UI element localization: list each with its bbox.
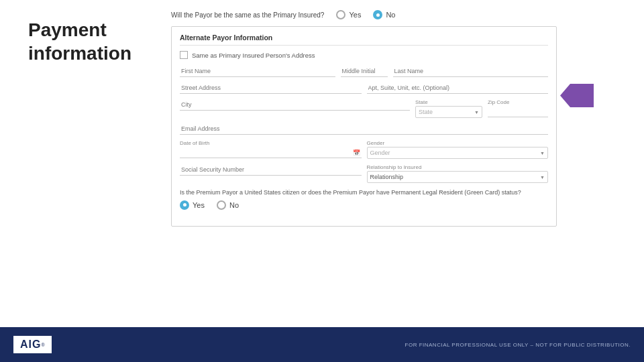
radio2-yes-circle [180,200,189,210]
radio-no-label: No [386,11,395,19]
email-field [180,123,548,135]
footer-disclaimer: FOR FINANCIAL PROFESSIONAL USE ONLY – NO… [405,342,631,348]
middle-initial-input[interactable] [341,66,388,77]
middle-initial-field [341,66,388,77]
city-input[interactable] [180,99,410,111]
dob-field: Date of Birth 📅 [180,140,362,159]
relationship-arrow-icon: ▼ [540,175,545,180]
question2-yes[interactable]: Yes [180,200,205,210]
dob-gender-row: Date of Birth 📅 Gender Gender ▼ [180,140,548,159]
question2-no[interactable]: No [217,200,239,210]
question2-block: Is the Premium Payor a United States cit… [180,188,548,210]
same-address-row[interactable]: Same as Primary Insured Person's Address [180,51,548,59]
zip-field: Zip Code [488,99,548,118]
question1-row: Will the Payor be the same as the Primar… [171,10,557,19]
relationship-label: Relationship to Insured [367,164,549,170]
email-row [180,123,548,135]
street-address-input[interactable] [180,82,362,94]
dob-label: Date of Birth [180,140,362,146]
back-arrow[interactable] [560,84,594,107]
radio-yes-label: Yes [349,11,361,19]
gender-arrow-icon: ▼ [540,151,545,156]
state-arrow-icon: ▼ [474,110,479,115]
zip-label: Zip Code [488,99,548,105]
question1-no[interactable]: No [373,10,395,19]
aig-logo-text: AIG [20,339,41,351]
question1-text: Will the Payor be the same as the Primar… [171,11,324,19]
radio-no-circle [373,10,382,19]
gender-dropdown[interactable]: Gender ▼ [367,147,549,159]
radio2-yes-label: Yes [193,201,205,209]
last-name-input[interactable] [393,66,549,77]
aig-logo: AIG ® [13,336,52,353]
dob-wrapper: 📅 [180,147,362,158]
radio-yes-circle [336,10,345,19]
first-name-field [180,66,335,77]
relationship-dropdown[interactable]: Relationship ▼ [367,171,549,183]
question2-text: Is the Premium Payor a United States cit… [180,188,548,197]
state-dropdown[interactable]: State ▼ [415,106,482,118]
state-field: State State ▼ [415,99,482,118]
address-row [180,82,548,94]
title-area: Payment information [28,18,154,65]
question1-yes[interactable]: Yes [336,10,361,19]
radio2-no-label: No [229,201,239,209]
relationship-field: Relationship to Insured Relationship ▼ [367,164,549,183]
last-name-field [393,66,549,77]
gender-value: Gender [370,149,390,156]
state-label: State [415,99,482,105]
ssn-relationship-row: Relationship to Insured Relationship ▼ [180,164,548,183]
form-panel: Will the Payor be the same as the Primar… [171,10,557,227]
first-name-input[interactable] [180,66,335,77]
name-row [180,66,548,77]
gender-field: Gender Gender ▼ [367,140,549,159]
relationship-value: Relationship [370,174,404,180]
city-field [180,99,410,118]
state-value: State [419,109,433,115]
page-title: Payment information [28,18,154,65]
footer: AIG ® FOR FINANCIAL PROFESSIONAL USE ONL… [0,327,644,362]
apt-suite-input[interactable] [367,82,549,94]
street-address-field [180,82,362,94]
apt-suite-field [367,82,549,94]
city-state-zip-row: State State ▼ Zip Code [180,99,548,118]
same-address-checkbox[interactable] [180,51,188,59]
email-input[interactable] [180,123,548,135]
ssn-input[interactable] [180,164,362,176]
zip-input[interactable] [488,106,548,117]
ssn-field [180,164,362,183]
gender-label: Gender [367,140,549,146]
alternate-payor-title: Alternate Payor Information [180,34,548,46]
alternate-payor-box: Alternate Payor Information Same as Prim… [171,26,557,227]
dob-input[interactable] [180,147,362,158]
question2-options: Yes No [180,200,548,210]
same-address-label: Same as Primary Insured Person's Address [192,52,315,59]
radio2-no-circle [217,200,226,210]
